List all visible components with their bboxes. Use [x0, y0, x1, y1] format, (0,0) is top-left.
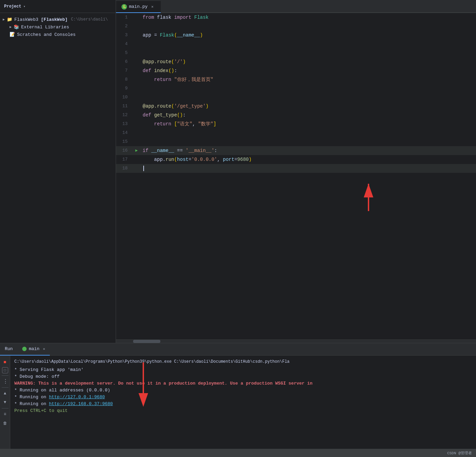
code-line-1: 1 from flask import Flask	[116, 13, 476, 22]
code-line-14: 14	[116, 128, 476, 137]
code-line-4: 4	[116, 40, 476, 49]
line-number-15: 15	[116, 137, 133, 146]
terminal-line-network: * Running on http://192.168.0.37:9680	[14, 401, 472, 407]
separator3	[2, 408, 9, 408]
terminal-output[interactable]: C:\Users\daoli\AppData\Local\Programs\Py…	[10, 356, 476, 449]
line-number-3: 3	[116, 31, 133, 40]
link-localhost[interactable]: http://127.0.0.1:9680	[49, 394, 105, 400]
bottom-tab-bar: Run main ✕	[0, 343, 476, 356]
sidebar-item-external-libraries[interactable]: ▶ 📚 External Libraries	[0, 23, 116, 31]
code-line-16: 16 ▶ if __name__ == '__main__':	[116, 146, 476, 155]
terminal-line-debug: * Debug mode: off	[14, 373, 472, 380]
project-path: C:\Users\daoli\	[71, 17, 108, 22]
line-number-9: 9	[116, 84, 133, 93]
terminal-line-localhost: * Running on http://127.0.0.1:9680	[14, 394, 472, 401]
main-tab-label: main	[29, 346, 39, 351]
code-line-13: 13 return ["语文", "数学"]	[116, 120, 476, 128]
line-number-12: 12	[116, 111, 133, 120]
line-code-17: app.run(host='0.0.0.0', port=9680)	[140, 155, 251, 164]
scroll-up-button[interactable]: ▲	[1, 390, 9, 397]
more-options-button[interactable]: ⋮	[1, 378, 9, 385]
project-label: Project	[4, 4, 21, 9]
line-code-14	[140, 128, 145, 137]
line-code-13: return ["语文", "数学"]	[140, 120, 216, 128]
line-gutter-16: ▶	[133, 146, 140, 155]
code-line-12: 12 def get_type():	[116, 111, 476, 120]
line-number-16: 16	[116, 146, 133, 155]
link-network[interactable]: http://192.168.0.37:9680	[49, 401, 113, 406]
separator	[2, 375, 9, 376]
horizontal-scrollbar[interactable]	[116, 340, 476, 343]
square-button[interactable]: □	[2, 367, 8, 373]
status-right-text: CSDN @管理者	[447, 451, 472, 456]
line-code-1: from flask import Flask	[140, 13, 208, 22]
python-file-icon: 🐍	[121, 4, 127, 10]
line-code-15	[140, 137, 145, 146]
terminal-line-warning: WARNING: This is a development server. D…	[14, 380, 472, 387]
line-code-5	[140, 49, 145, 57]
bottom-panel-content: ■ □ ⋮ ▲ ▼ ≡ 🗑 C:\Users\daoli\AppData\Loc…	[0, 356, 476, 449]
terminal-tab-close[interactable]: ✕	[43, 347, 45, 351]
python-run-icon	[22, 347, 27, 351]
line-number-8: 8	[116, 75, 133, 84]
side-toolbar: ■ □ ⋮ ▲ ▼ ≡ 🗑	[0, 356, 10, 449]
line-number-10: 10	[116, 93, 133, 102]
tab-main-run[interactable]: main ✕	[17, 343, 50, 356]
line-code-10	[140, 93, 145, 102]
line-number-4: 4	[116, 40, 133, 49]
sidebar-item-flaskweb3[interactable]: ▶ 📁 FlaskWeb3 [FlaskWeb] C:\Users\daoli\	[0, 16, 116, 23]
code-editor[interactable]: 1 from flask import Flask 2 3 app = Flas…	[116, 13, 476, 340]
line-code-4	[140, 40, 145, 49]
tab-bar: 🐍 main.py ✕	[116, 0, 476, 13]
stop-button[interactable]: ■	[1, 358, 9, 366]
run-icon[interactable]: ▶	[135, 146, 138, 155]
line-code-8: return "你好，我是首页"	[140, 75, 213, 84]
code-line-3: 3 app = Flask(__name__)	[116, 31, 476, 40]
chevron-down-icon: ▾	[23, 4, 25, 9]
chevron-right-icon: ▶	[3, 17, 5, 22]
external-libraries-label: External Libraries	[21, 25, 69, 30]
code-line-6: 6 @app.route('/')	[116, 57, 476, 66]
code-line-9: 9	[116, 84, 476, 93]
code-line-8: 8 return "你好，我是首页"	[116, 75, 476, 84]
line-code-12: def get_type():	[140, 111, 186, 120]
line-number-14: 14	[116, 128, 133, 137]
code-line-7: 7 def index():	[116, 66, 476, 75]
scroll-down-button[interactable]: ▼	[1, 399, 9, 406]
line-number-1: 1	[116, 13, 133, 22]
sidebar-item-scratches[interactable]: 📝 Scratches and Consoles	[0, 31, 116, 38]
delete-button[interactable]: 🗑	[1, 419, 9, 427]
project-name: FlaskWeb3 [FlaskWeb]	[14, 17, 68, 22]
filter-button[interactable]: ≡	[1, 411, 9, 418]
editor-area: 🐍 main.py ✕ 1 from flask import Flask 2	[116, 0, 476, 343]
sidebar-tree: ▶ 📁 FlaskWeb3 [FlaskWeb] C:\Users\daoli\…	[0, 13, 116, 343]
line-number-2: 2	[116, 22, 133, 31]
terminal-line-serving: * Serving Flask app 'main'	[14, 366, 472, 373]
line-number-18: 18	[116, 164, 133, 173]
code-line-2: 2	[116, 22, 476, 31]
line-code-9	[140, 84, 145, 93]
separator2	[2, 387, 9, 388]
tab-close-button[interactable]: ✕	[150, 4, 155, 10]
tab-main-py[interactable]: 🐍 main.py ✕	[116, 1, 161, 13]
code-line-17: 17 app.run(host='0.0.0.0', port=9680)	[116, 155, 476, 164]
chevron-right-icon: ▶	[10, 25, 12, 29]
line-number-6: 6	[116, 57, 133, 66]
terminal-line-quit: Press CTRL+C to quit	[14, 407, 472, 414]
line-number-5: 5	[116, 49, 133, 57]
sidebar-header: Project ▾	[0, 0, 116, 13]
tab-label: main.py	[129, 4, 148, 9]
code-line-15: 15	[116, 137, 476, 146]
line-code-16: if __name__ == '__main__':	[140, 146, 217, 155]
line-code-7: def index():	[140, 66, 177, 75]
line-code-3: app = Flask(__name__)	[140, 31, 203, 40]
code-line-5: 5	[116, 49, 476, 57]
code-line-10: 10	[116, 93, 476, 102]
line-number-7: 7	[116, 66, 133, 75]
line-number-17: 17	[116, 155, 133, 164]
line-code-11: @app.route('/get_type')	[140, 102, 208, 111]
library-icon: 📚	[14, 24, 19, 30]
status-bar: CSDN @管理者	[0, 449, 476, 457]
scratches-label: Scratches and Consoles	[17, 32, 76, 37]
tab-run[interactable]: Run	[0, 343, 17, 356]
